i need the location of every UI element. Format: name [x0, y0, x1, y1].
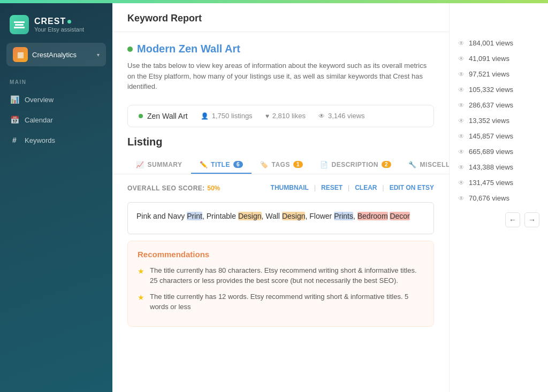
title-highlight-bedroom: Bedroom	[357, 212, 388, 220]
views-list: 👁184,001 views👁41,091 views👁97,521 views…	[450, 35, 548, 206]
misc-icon: 🔧	[408, 161, 417, 168]
title-highlight-prints: Prints	[334, 212, 353, 220]
views-icon: 👁	[318, 112, 325, 120]
clear-button[interactable]: CLEAR	[355, 184, 377, 191]
view-count: 97,521 views	[469, 70, 509, 78]
recommendation-item-2: ★ The title currently has 12 words. Etsy…	[138, 291, 424, 312]
brand-dot	[67, 20, 71, 24]
title-highlight-design1: Design	[238, 212, 262, 220]
description-badge: 2	[382, 161, 391, 168]
rec-star-2: ★	[138, 292, 144, 303]
keyword-views-stat: 👁 3,146 views	[318, 112, 365, 120]
view-item: 👁97,521 views	[450, 66, 548, 82]
listing-title: Listing	[127, 136, 434, 148]
title-highlight-decor: Decor	[390, 212, 409, 220]
tab-summary[interactable]: 📈 SUMMARY	[127, 157, 191, 174]
recommendations-box: Recommendations ★ The title currently ha…	[127, 241, 434, 327]
view-item: 👁70,676 views	[450, 190, 548, 206]
view-count: 145,857 views	[469, 132, 513, 140]
brand-subtitle: Your Etsy assistant	[34, 26, 84, 33]
tab-miscellaneous[interactable]: 🔧 MISCELLANEOUS 1	[400, 157, 449, 174]
view-eye-icon: 👁	[458, 40, 465, 47]
rec-text-1: The title currently has 80 characters. E…	[150, 265, 424, 286]
tabs-container: 📈 SUMMARY ✏️ TITLE 6 🏷️ TAGS 1 📄 DESCRIP…	[112, 148, 449, 174]
rec-star-1: ★	[138, 266, 144, 277]
reset-button[interactable]: RESET	[321, 184, 342, 191]
view-eye-icon: 👁	[458, 55, 465, 63]
view-item: 👁286,637 views	[450, 97, 548, 113]
view-eye-icon: 👁	[458, 133, 465, 140]
description-icon: 📄	[320, 161, 329, 168]
main-content: Keyword Report Modern Zen Wall Art Use t…	[112, 3, 449, 392]
view-count: 286,637 views	[469, 101, 513, 109]
listing-section: Listing	[112, 127, 449, 148]
keyword-bar-name: Zen Wall Art	[139, 112, 188, 120]
analytics-label: CrestAnalytics	[32, 51, 77, 59]
analytics-left: ▦ CrestAnalytics	[13, 47, 77, 62]
keyword-title-row: Modern Zen Wall Art	[127, 43, 434, 55]
sidebar-brand: CREST Your Etsy assistant	[34, 17, 84, 33]
keyword-bar: Zen Wall Art 👤 1,750 listings ♥ 2,810 li…	[127, 105, 434, 127]
title-text-plain: Pink and Navy	[136, 212, 187, 220]
likes-icon: ♥	[265, 112, 269, 120]
view-count: 105,332 views	[469, 86, 513, 94]
tab-title[interactable]: ✏️ TITLE 6	[191, 157, 252, 174]
page-title: Keyword Report	[127, 13, 434, 24]
keyword-description: Use the tabs below to view key areas of …	[127, 60, 434, 92]
view-count: 665,689 views	[469, 148, 513, 156]
analytics-icon: ▦	[13, 47, 28, 62]
view-item: 👁41,091 views	[450, 51, 548, 66]
keywords-icon: #	[10, 135, 19, 145]
edit-on-etsy-button[interactable]: EDIT ON ETSY	[390, 184, 434, 191]
view-item: 👁184,001 views	[450, 35, 548, 51]
seo-score-label: OVERALL SEO SCORE:	[127, 185, 205, 192]
seo-row: OVERALL SEO SCORE: 50% THUMBNAIL | RESET…	[127, 183, 434, 193]
view-item: 👁131,475 views	[450, 175, 548, 190]
sidebar-label-calendar: Calendar	[25, 116, 53, 124]
next-page-button[interactable]: →	[524, 212, 539, 227]
prev-page-button[interactable]: ←	[505, 212, 520, 227]
keyword-listings-stat: 👤 1,750 listings	[201, 112, 253, 120]
tab-description[interactable]: 📄 DESCRIPTION 2	[311, 157, 400, 174]
calendar-icon: 📅	[10, 115, 19, 125]
view-eye-icon: 👁	[458, 164, 465, 171]
sidebar-label-overview: Overview	[25, 96, 54, 104]
analytics-menu[interactable]: ▦ CrestAnalytics ▾	[6, 43, 106, 66]
right-panel: 👁184,001 views👁41,091 views👁97,521 views…	[449, 3, 548, 392]
view-item: 👁105,332 views	[450, 82, 548, 97]
sidebar-section-main: MAIN	[0, 75, 112, 89]
thumbnail-button[interactable]: THUMBNAIL	[271, 184, 309, 191]
view-item: 👁665,689 views	[450, 144, 548, 159]
view-item: 👁143,388 views	[450, 159, 548, 175]
content-header: Keyword Report	[112, 3, 449, 32]
title-highlight-print: Print	[187, 212, 202, 220]
view-eye-icon: 👁	[458, 117, 465, 125]
view-eye-icon: 👁	[458, 86, 465, 94]
view-eye-icon: 👁	[458, 179, 465, 187]
title-input-box[interactable]: Pink and Navy Print, Printable Design, W…	[127, 202, 434, 234]
tags-badge: 1	[293, 161, 303, 168]
view-count: 41,091 views	[469, 55, 509, 63]
scrollable-area: Modern Zen Wall Art Use the tabs below t…	[112, 32, 449, 392]
recommendations-title: Recommendations	[138, 250, 424, 259]
view-item: 👁13,352 views	[450, 113, 548, 128]
seo-score-container: OVERALL SEO SCORE: 50%	[127, 183, 220, 193]
chevron-down-icon: ▾	[97, 52, 100, 58]
tab-tags[interactable]: 🏷️ TAGS 1	[252, 157, 311, 174]
listings-icon: 👤	[201, 112, 209, 120]
seo-section: OVERALL SEO SCORE: 50% THUMBNAIL | RESET…	[112, 174, 449, 202]
sidebar-logo	[10, 15, 29, 34]
view-count: 131,475 views	[469, 179, 513, 187]
kw-dot	[139, 114, 143, 118]
tags-icon: 🏷️	[260, 161, 269, 168]
sidebar-label-keywords: Keywords	[25, 136, 55, 144]
sidebar: CREST Your Etsy assistant ▦ CrestAnalyti…	[0, 3, 112, 392]
seo-actions: THUMBNAIL | RESET | CLEAR | EDIT ON ETSY	[271, 184, 434, 191]
rec-text-2: The title currently has 12 words. Etsy r…	[150, 291, 424, 312]
sidebar-item-keywords[interactable]: # Keywords	[0, 130, 112, 150]
brand-name: CREST	[34, 17, 66, 26]
sidebar-header: CREST Your Etsy assistant	[0, 3, 112, 43]
sidebar-item-calendar[interactable]: 📅 Calendar	[0, 110, 112, 130]
sidebar-item-overview[interactable]: 📊 Overview	[0, 89, 112, 110]
view-count: 184,001 views	[469, 39, 513, 47]
